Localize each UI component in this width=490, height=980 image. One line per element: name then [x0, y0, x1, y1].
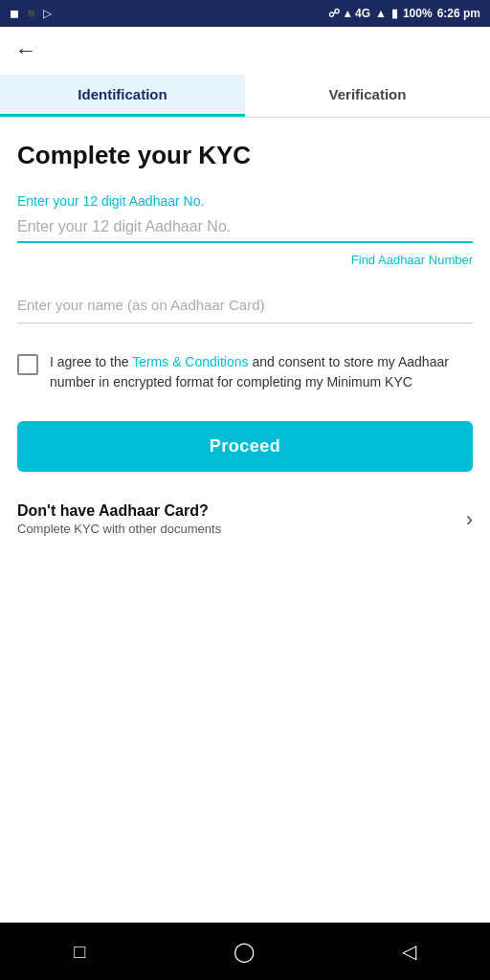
status-bar: ◼ ◾ ▷ ☍ ▴ 4G ▲ ▮ 100% 6:26 pm	[0, 0, 490, 27]
aadhaar-input[interactable]	[17, 212, 473, 243]
agree-row: I agree to the Terms & Conditions and co…	[17, 352, 473, 392]
back-nav-icon[interactable]: ◁	[402, 940, 416, 963]
alt-kyc-row[interactable]: Don't have Aadhaar Card? Complete KYC wi…	[17, 499, 473, 540]
main-content: Complete your KYC Enter your 12 digit Aa…	[0, 118, 490, 923]
wifi-icon: ▴	[345, 7, 350, 20]
time-display: 6:26 pm	[437, 7, 480, 20]
battery-icon: ▮	[391, 7, 398, 20]
tabs-container: Identification Verification	[0, 75, 490, 118]
page-title: Complete your KYC	[17, 141, 473, 170]
tab-identification[interactable]: Identification	[0, 75, 245, 117]
alt-kyc-subtitle: Complete KYC with other documents	[17, 522, 221, 536]
network-label: 4G	[355, 7, 370, 20]
alt-kyc-title: Don't have Aadhaar Card?	[17, 502, 221, 520]
tab-verification[interactable]: Verification	[245, 75, 490, 117]
chevron-right-icon: ›	[466, 507, 473, 532]
terms-conditions-link[interactable]: Terms & Conditions	[132, 354, 248, 369]
vibrate-icon: ☍	[328, 7, 340, 20]
bottom-nav-bar: □ ◯ ◁	[0, 923, 490, 980]
aadhaar-field-group: Enter your 12 digit Aadhaar No.	[17, 193, 473, 243]
agree-checkbox[interactable]	[17, 354, 38, 375]
sim-icon: ◼	[10, 7, 19, 20]
status-icons: ◼ ◾ ▷	[10, 7, 52, 20]
home-nav-icon[interactable]: ◯	[234, 940, 255, 963]
agree-text-before: I agree to the	[50, 354, 132, 369]
name-input[interactable]	[17, 287, 473, 323]
signal-icon: ▷	[43, 7, 52, 20]
square-nav-icon[interactable]: □	[74, 941, 85, 963]
aadhaar-label: Enter your 12 digit Aadhaar No.	[17, 193, 473, 209]
find-aadhaar-link-container: Find Aadhaar Number	[17, 251, 473, 268]
find-aadhaar-link[interactable]: Find Aadhaar Number	[351, 253, 473, 267]
battery-percent: 100%	[403, 7, 433, 20]
back-button[interactable]: ←	[15, 40, 36, 61]
media-icon: ◾	[24, 7, 38, 20]
agree-text: I agree to the Terms & Conditions and co…	[50, 352, 473, 392]
top-nav: ←	[0, 27, 490, 75]
proceed-button[interactable]: Proceed	[17, 421, 473, 472]
status-right: ☍ ▴ 4G ▲ ▮ 100% 6:26 pm	[328, 7, 480, 20]
alt-kyc-text: Don't have Aadhaar Card? Complete KYC wi…	[17, 502, 221, 536]
signal-bars-icon: ▲	[375, 7, 387, 20]
